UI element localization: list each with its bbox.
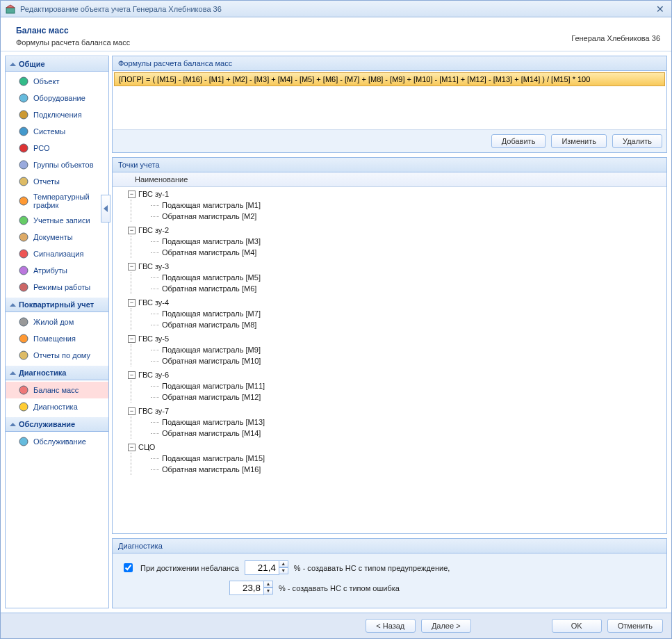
item-icon [18, 143, 29, 154]
tree-leaf[interactable]: Подающая магистраль [М7] [131, 308, 666, 319]
next-button[interactable]: Далее > [421, 619, 471, 633]
back-button[interactable]: < Назад [366, 619, 416, 633]
tree-node[interactable]: −ГВС зу-4 [125, 297, 666, 308]
sidebar-item[interactable]: Системы [6, 123, 108, 140]
item-icon [18, 282, 29, 293]
sidebar-collapse-button[interactable] [101, 195, 110, 223]
tree-leaf[interactable]: Подающая магистраль [М11] [131, 380, 666, 391]
sidebar-section-0[interactable]: Общие [6, 56, 108, 72]
sidebar-item[interactable]: Отчеты по дому [6, 347, 108, 364]
delete-button[interactable]: Удалить [612, 134, 662, 148]
add-button[interactable]: Добавить [491, 134, 546, 148]
edit-button[interactable]: Изменить [551, 134, 607, 148]
tree-leaf[interactable]: Обратная магистраль [М2] [131, 211, 666, 222]
collapse-icon[interactable]: − [128, 227, 136, 234]
unbalance-label: При достижении небаланса [140, 564, 239, 572]
collapse-icon[interactable]: − [128, 191, 136, 198]
tree-leaf[interactable]: Обратная магистраль [М14] [131, 428, 666, 439]
tree-leaf[interactable]: Обратная магистраль [М6] [131, 283, 666, 294]
warn-threshold-input[interactable] [245, 560, 279, 575]
tree-column-header: Наименование [113, 172, 666, 187]
tree-leaf[interactable]: Обратная магистраль [М4] [131, 247, 666, 258]
svg-point-22 [19, 403, 28, 411]
sidebar-item[interactable]: Жилой дом [6, 314, 108, 330]
tree-node[interactable]: −ГВС зу-2 [125, 225, 666, 236]
tree-leaf[interactable]: Подающая магистраль [М3] [131, 236, 666, 247]
formula-row[interactable]: [ПОГР] = ( [М15] - [М16] - [М1] + [М2] -… [114, 72, 665, 86]
sidebar-item[interactable]: Оборудование [6, 90, 108, 106]
tree-leaf-label: Обратная магистраль [М10] [162, 357, 261, 365]
error-threshold-input[interactable] [229, 581, 264, 595]
sidebar-item-label: Группы объектов [33, 161, 94, 169]
tree-node[interactable]: −ГВС зу-5 [125, 333, 666, 344]
tree-leaf[interactable]: Подающая магистраль [М13] [131, 416, 666, 428]
tree-leaf[interactable]: Обратная магистраль [М16] [131, 464, 666, 475]
tree-leaf-label: Обратная магистраль [М12] [162, 393, 261, 401]
sidebar-item[interactable]: Отчеты [6, 173, 108, 190]
sidebar-item[interactable]: Подключения [6, 106, 108, 123]
sidebar-item[interactable]: Диагностика [6, 398, 108, 415]
tree-leaf[interactable]: Подающая магистраль [М15] [131, 453, 666, 464]
tree-leaf-label: Подающая магистраль [М7] [162, 309, 261, 318]
svg-marker-25 [104, 205, 108, 212]
tree-node-label: ГВС зу-7 [138, 407, 169, 415]
sidebar-item[interactable]: Помещения [6, 330, 108, 347]
ok-button[interactable]: OK [552, 619, 602, 633]
sidebar-item[interactable]: Объект [6, 73, 108, 90]
collapse-icon[interactable]: − [128, 444, 136, 451]
sidebar-item[interactable]: РСО [6, 140, 108, 156]
item-icon [18, 215, 29, 226]
sidebar-section-1[interactable]: Поквартирный учет [6, 297, 108, 312]
collapse-icon[interactable]: − [128, 299, 136, 307]
page-title: Баланс масс [16, 26, 660, 35]
sidebar-item[interactable]: Баланс масс [6, 382, 108, 398]
tree-node[interactable]: −ГВС зу-3 [125, 261, 666, 272]
tree-leaf-label: Обратная магистраль [М6] [162, 284, 256, 293]
svg-point-17 [19, 318, 28, 326]
sidebar-section-2[interactable]: Диагностика [6, 365, 108, 380]
header-area: Генерала Хлебникова 36 Баланс масс Форму… [1, 17, 671, 51]
svg-point-3 [19, 77, 28, 86]
sidebar-item[interactable]: Сигнализация [6, 245, 108, 262]
tree-leaf[interactable]: Подающая магистраль [М1] [131, 200, 666, 211]
tree-leaf[interactable]: Подающая магистраль [М9] [131, 344, 666, 355]
tree-node-label: ГВС зу-3 [138, 262, 169, 270]
sidebar-item[interactable]: Режимы работы [6, 279, 108, 296]
tree-leaf-label: Подающая магистраль [М11] [162, 382, 265, 390]
warn-spinner[interactable]: ▲▼ [279, 560, 288, 575]
diagnostics-panel-title: Диагностика [113, 539, 666, 553]
sidebar-item-label: Баланс масс [33, 386, 79, 394]
points-tree[interactable]: Наименование −ГВС зу-1Подающая магистрал… [113, 172, 666, 533]
formulas-panel: Формулы расчета баланса масс [ПОГР] = ( … [112, 56, 667, 153]
error-spinner[interactable]: ▲▼ [263, 581, 273, 595]
sidebar-item[interactable]: Температурный график [6, 190, 108, 212]
tree-leaf[interactable]: Обратная магистраль [М12] [131, 391, 666, 403]
collapse-icon[interactable]: − [128, 263, 136, 270]
sidebar-item[interactable]: Обслуживание [6, 433, 108, 450]
tree-node-label: ГВС зу-5 [138, 334, 169, 343]
svg-marker-16 [10, 303, 16, 307]
chevron-up-icon [10, 370, 16, 376]
tree-node[interactable]: −ГВС зу-1 [125, 188, 666, 200]
tree-node[interactable]: −ГВС зу-7 [125, 405, 666, 416]
tree-leaf[interactable]: Обратная магистраль [М10] [131, 355, 666, 366]
sidebar-item[interactable]: Атрибуты [6, 262, 108, 279]
unbalance-checkbox[interactable] [124, 563, 133, 572]
tree-node[interactable]: −ГВС зу-6 [125, 369, 666, 380]
collapse-icon[interactable]: − [128, 407, 136, 415]
close-icon[interactable]: ✕ [653, 3, 667, 15]
collapse-icon[interactable]: − [128, 371, 136, 379]
tree-leaf[interactable]: Подающая магистраль [М5] [131, 272, 666, 283]
sidebar-item[interactable]: Группы объектов [6, 156, 108, 173]
tree-leaf[interactable]: Обратная магистраль [М8] [131, 319, 666, 330]
tree-node[interactable]: −СЦО [125, 442, 666, 453]
error-suffix: % - создавать НС с типом ошибка [279, 584, 400, 592]
collapse-icon[interactable]: − [128, 335, 136, 343]
cancel-button[interactable]: Отменить [607, 619, 663, 633]
sidebar-section-3[interactable]: Обслуживание [6, 416, 108, 432]
tree-node-label: ГВС зу-6 [138, 371, 169, 379]
item-icon [18, 350, 29, 361]
sidebar-item[interactable]: Документы [6, 229, 108, 245]
item-icon [18, 232, 29, 243]
sidebar-item[interactable]: Учетные записи [6, 212, 108, 229]
